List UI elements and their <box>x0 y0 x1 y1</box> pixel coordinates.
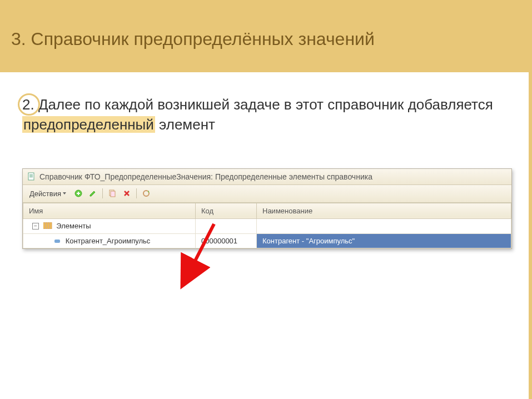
body-text-highlight: предопределенный <box>22 116 155 133</box>
list-number-text: 2. <box>22 96 34 113</box>
col-header-code[interactable]: Код <box>196 203 257 218</box>
toolbar-separator <box>136 188 137 198</box>
list-number: 2. <box>22 94 34 114</box>
collapse-icon[interactable]: − <box>32 223 39 230</box>
toolbar-separator <box>102 188 103 198</box>
body-paragraph: 2. Далее по каждой возникшей задаче в эт… <box>22 94 512 135</box>
chevron-down-icon <box>62 191 67 196</box>
toolbar: Действия <box>23 185 511 203</box>
svg-rect-3 <box>29 177 33 177</box>
svg-rect-0 <box>28 173 34 180</box>
tree-root-row[interactable]: − Элементы <box>23 218 511 233</box>
body-text-before: Далее по каждой возникшей задаче в этот … <box>38 96 493 113</box>
copy-icon[interactable] <box>107 188 117 198</box>
actions-label: Действия <box>29 189 61 198</box>
delete-icon[interactable] <box>122 188 132 198</box>
svg-rect-8 <box>43 222 45 229</box>
svg-rect-9 <box>46 222 47 229</box>
add-icon[interactable] <box>73 188 83 198</box>
window-title-text: Справочник ФТО_ПредопределенныеЗначения:… <box>39 172 372 181</box>
root-label: Элементы <box>56 222 91 230</box>
folder-icon <box>43 222 52 231</box>
item-icon <box>54 240 60 243</box>
svg-rect-1 <box>29 174 33 175</box>
col-header-name[interactable]: Имя <box>23 203 196 218</box>
refresh-icon[interactable] <box>141 188 151 198</box>
cell-code: 000000001 <box>196 233 257 248</box>
slide-title: 3. Справочник предопределённых значений <box>11 29 375 49</box>
data-grid: Имя Код Наименование − Элементы <box>23 203 511 248</box>
body-text-after: элемент <box>155 116 215 133</box>
document-icon <box>27 172 36 181</box>
actions-dropdown[interactable]: Действия <box>27 188 69 199</box>
window-titlebar: Справочник ФТО_ПредопределенныеЗначения:… <box>23 169 511 185</box>
col-header-title[interactable]: Наименование <box>257 203 511 218</box>
slide-body: 2. Далее по каждой возникшей задаче в эт… <box>0 72 529 146</box>
svg-rect-6 <box>111 191 115 197</box>
svg-rect-2 <box>29 176 33 176</box>
cell-title[interactable]: Контрагент - "Агроимпульс" <box>257 233 511 248</box>
slide-header: 3. Справочник предопределённых значений <box>0 0 529 72</box>
svg-rect-10 <box>48 222 49 229</box>
svg-rect-11 <box>50 222 52 229</box>
grid-header-row: Имя Код Наименование <box>23 203 511 218</box>
cell-name: Контрагент_Агроимпульс <box>66 237 151 245</box>
app-window: Справочник ФТО_ПредопределенныеЗначения:… <box>22 168 512 249</box>
table-row[interactable]: Контрагент_Агроимпульс 000000001 Контраг… <box>23 233 511 248</box>
edit-icon[interactable] <box>88 188 98 198</box>
